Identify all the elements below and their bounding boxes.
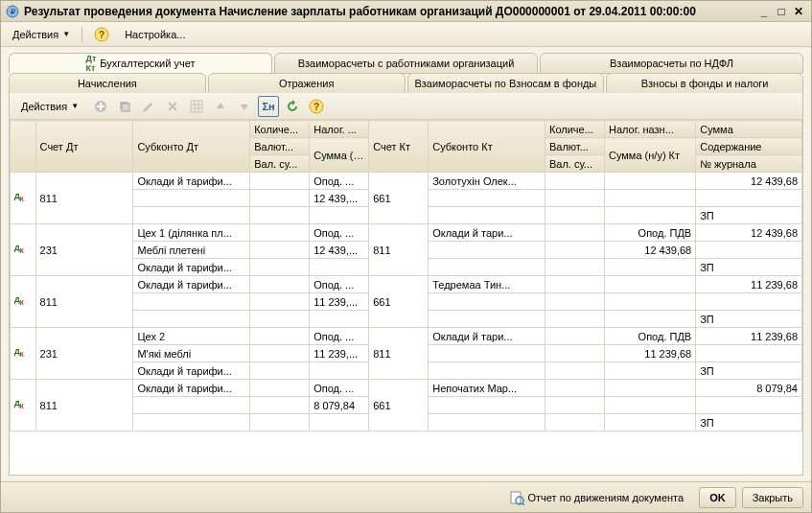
cell-qty-dt [250,242,310,259]
table-row[interactable]: ДК231Цех 1 (ділянка пл...Опод. ...811Окл… [11,224,802,242]
th-journal[interactable]: № журнала [696,155,802,173]
cell-qty-dt [250,173,310,190]
cell-acct-kt: 661 [369,173,429,224]
th-marker[interactable] [11,121,36,173]
cell-sub-kt [429,190,545,207]
cell-qty-kt [545,190,604,207]
maximize-button[interactable]: □ [773,4,790,19]
cell-tax-dt: 11 239,... [310,293,369,311]
cell-tax-dt [310,259,369,276]
grid-wrap[interactable]: Счет Дт Субконто Дт Количе... Налог. ...… [10,120,802,475]
cell-tax-kt [604,362,695,380]
cell-qty-kt [545,293,604,311]
th-sub-kt[interactable]: Субконто Кт [429,121,545,173]
dk-marker-icon: ДК [14,193,32,203]
cell-sum: 11 239,68 [696,328,802,345]
th-curr-kt[interactable]: Валют... [545,138,604,155]
cell-tax-dt: 8 079,84 [310,397,369,414]
grid-icon[interactable] [186,96,207,117]
tab-funds-taxes[interactable]: Взносы в фонды и налоги [606,73,803,94]
cell-sum [696,190,802,207]
report-icon [509,490,524,505]
cell-sum: 11 239,68 [696,276,802,293]
up-icon[interactable] [210,96,231,117]
cell-sub-kt: Золотухін Олек... [429,173,545,190]
cell-acct-dt: 811 [35,276,133,328]
tab-reflections[interactable]: Отражения [208,73,406,94]
cell-qty-dt [250,190,310,207]
th-sub-dt[interactable]: Субконто Дт [133,121,250,173]
cell-sum [696,397,802,414]
table-row[interactable]: ДК811Оклади й тарифи...Опод. ...661Непоч… [11,380,802,397]
tab-accruals[interactable]: Начисления [9,73,206,94]
cell-qty-dt [250,311,310,328]
th-valsum-dt[interactable]: Вал. су... [250,155,310,173]
cell-tax-kt [604,190,695,207]
svg-rect-6 [122,104,129,111]
svg-text:?: ? [99,30,104,40]
th-acct-dt[interactable]: Счет Дт [35,121,133,173]
cell-acct-kt: 811 [369,224,429,276]
table-row[interactable]: ДК231Цех 2Опод. ...811Оклади й тари...Оп… [11,328,802,345]
cell-sub-kt: Оклади й тари... [429,328,545,345]
cell-qty-kt [545,276,604,293]
tab-accounting[interactable]: ДтКт Бухгалтерский учет [9,53,272,74]
row-marker: ДК [11,380,36,431]
table-row[interactable]: ДК811Оклади й тарифи...Опод. ...661Золот… [11,173,802,190]
cell-tax-kt [604,311,695,328]
minimize-button[interactable]: _ [755,4,773,19]
tab-label: Отражения [279,78,334,89]
tab-settlements-ndfl[interactable]: Взаиморасчеты по НДФЛ [540,53,803,74]
copy-icon[interactable] [114,96,135,117]
th-sum-nu-dt[interactable]: Сумма (н/у) Дт [310,138,369,173]
cell-tax-dt: 12 439,... [310,190,369,207]
th-sum-nu-kt[interactable]: Сумма (н/у) Кт [604,138,695,173]
help-icon[interactable]: ? [306,96,327,117]
tab-settlements-employees[interactable]: Взаиморасчеты с работниками организаций [274,53,538,74]
th-content[interactable]: Содержание [696,138,802,155]
down-icon[interactable] [234,96,255,117]
cell-tax-dt: Опод. ... [310,173,369,190]
th-sum[interactable]: Сумма [696,121,802,138]
cell-acct-kt: 811 [369,328,429,380]
add-icon[interactable] [90,96,111,117]
th-tax-dt[interactable]: Налог. ... [310,121,369,138]
cell-sum: 12 439,68 [696,173,802,190]
dk-marker-icon: ДК [14,400,32,410]
edit-icon[interactable] [138,96,159,117]
cell-tax-kt: Опод. ПДВ [604,328,695,345]
tab-fund-settlements[interactable]: Взаиморасчеты по Взносам в фонды [407,73,605,94]
th-curr-dt[interactable]: Валют... [250,138,310,155]
th-qty-kt[interactable]: Количе... [545,121,604,138]
toolbar-actions[interactable]: Действия▼ [15,98,84,115]
cell-sub-kt [429,259,545,276]
cell-qty-dt [250,293,310,311]
window-title: Результат проведения документа Начислени… [24,5,755,18]
delete-icon[interactable] [162,96,183,117]
cell-sub-kt [429,362,545,380]
close-button-footer[interactable]: Закрыть [742,487,803,508]
menu-settings[interactable]: Настройка... [119,26,191,43]
cell-sub-dt: Оклади й тарифи... [133,380,250,397]
cell-sub-dt: Меблі плетені [133,242,250,259]
refresh-icon[interactable] [282,96,303,117]
cell-qty-kt [545,397,604,414]
table-row[interactable]: ДК811Оклади й тарифи...Опод. ...661Тедре… [11,276,802,293]
cell-qty-dt [250,276,310,293]
cell-sub-dt: Оклади й тарифи... [133,259,250,276]
cell-qty-kt [545,311,604,328]
th-acct-kt[interactable]: Счет Кт [369,121,429,173]
close-button[interactable]: ✕ [790,4,807,19]
help-icon[interactable]: ? [88,24,115,45]
menu-actions[interactable]: Действия▼ [7,26,76,43]
cell-sub-kt: Оклади й тари... [429,224,545,242]
th-valsum-kt[interactable]: Вал. су... [545,155,604,173]
ok-button[interactable]: OK [699,487,736,508]
th-tax-kt[interactable]: Налог. назн... [604,121,695,138]
sum-icon[interactable]: Σн [258,96,279,117]
th-qty-dt[interactable]: Количе... [250,121,310,138]
cell-sum [696,242,802,259]
report-link[interactable]: Отчет по движениям документа [509,490,684,505]
cell-sub-dt [133,190,250,207]
dk-marker-icon: ДК [14,296,32,307]
